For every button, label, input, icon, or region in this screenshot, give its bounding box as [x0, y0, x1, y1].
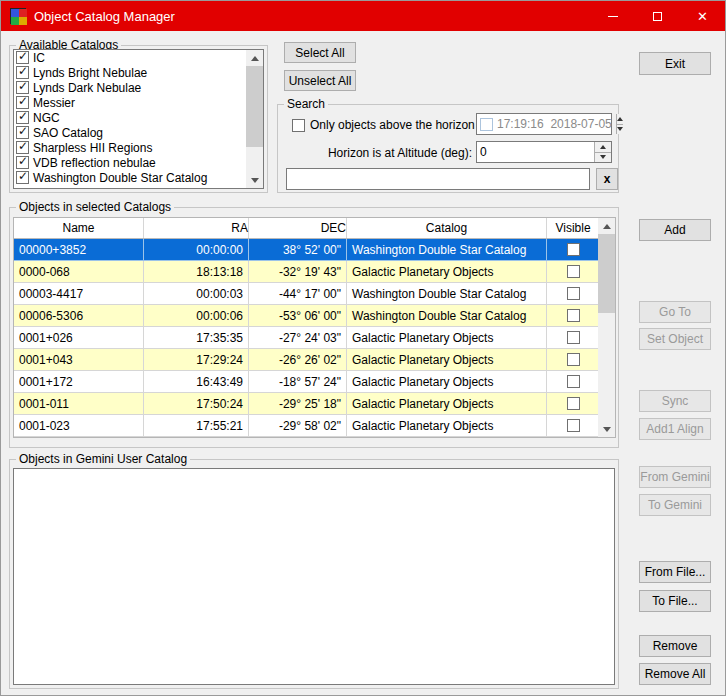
datetime-checkbox[interactable] [480, 118, 493, 131]
add-button[interactable]: Add [639, 219, 711, 241]
only-above-horizon-checkbox[interactable]: Only objects above the horizon [292, 118, 475, 132]
cell-dec: -29° 25' 18" [249, 393, 347, 415]
scrollbar-thumb[interactable] [598, 234, 615, 313]
table-row[interactable]: 0001+02617:35:35-27° 24' 03"Galactic Pla… [14, 327, 615, 349]
scroll-down-icon[interactable] [246, 172, 263, 188]
scroll-down-icon[interactable] [598, 421, 615, 437]
table-row[interactable]: 00000+385200:00:0038° 52' 00"Washington … [14, 239, 615, 261]
cell-catalog: Galactic Planetary Objects [347, 349, 547, 371]
spin-down-icon[interactable] [617, 124, 623, 135]
catalogs-scrollbar[interactable] [246, 50, 263, 188]
select-all-button[interactable]: Select All [284, 42, 356, 63]
visible-checkbox[interactable] [567, 309, 580, 322]
visible-checkbox[interactable] [567, 287, 580, 300]
maximize-button[interactable] [635, 1, 680, 31]
unselect-all-button[interactable]: Unselect All [284, 70, 356, 91]
scroll-up-icon[interactable] [246, 50, 263, 66]
cell-visible [547, 371, 600, 393]
catalog-item[interactable]: IC [14, 50, 263, 65]
catalog-label: Lynds Bright Nebulae [33, 66, 147, 80]
cell-visible [547, 327, 600, 349]
column-header-name[interactable]: Name [14, 218, 144, 238]
available-catalogs-group: Available Catalogs ICLynds Bright Nebula… [9, 45, 268, 193]
datetime-picker[interactable]: 17:19:16 2018-07-05 [476, 113, 612, 135]
remove-all-button[interactable]: Remove All [639, 663, 711, 685]
catalog-item[interactable]: Sharpless HII Regions [14, 140, 263, 155]
column-header-visible[interactable]: Visible [547, 218, 600, 238]
cell-visible [547, 283, 600, 305]
table-row[interactable]: 0001+04317:29:24-26° 26' 02"Galactic Pla… [14, 349, 615, 371]
catalog-item[interactable]: NGC [14, 110, 263, 125]
catalog-checkbox[interactable] [16, 111, 29, 124]
cell-name: 00006-5306 [14, 305, 144, 327]
catalog-checkbox[interactable] [16, 141, 29, 154]
catalog-item[interactable]: Messier [14, 95, 263, 110]
catalog-checkbox[interactable] [16, 96, 29, 109]
cell-dec: 38° 52' 00" [249, 239, 347, 261]
table-scrollbar[interactable] [598, 218, 615, 437]
exit-button[interactable]: Exit [639, 52, 711, 75]
scrollbar-track[interactable] [246, 66, 263, 172]
cell-catalog: Galactic Planetary Objects [347, 393, 547, 415]
catalog-checkbox[interactable] [16, 126, 29, 139]
cell-dec: -27° 24' 03" [249, 327, 347, 349]
close-button[interactable]: ✕ [680, 1, 725, 31]
catalog-label: Messier [33, 96, 75, 110]
cell-visible [547, 239, 600, 261]
table-row[interactable]: 0001-02317:55:21-29° 58' 02"Galactic Pla… [14, 415, 615, 437]
sync-button: Sync [639, 390, 711, 412]
visible-checkbox[interactable] [567, 375, 580, 388]
spin-up-icon[interactable] [595, 142, 611, 152]
visible-checkbox[interactable] [567, 397, 580, 410]
only-above-horizon-label: Only objects above the horizon [310, 118, 475, 132]
minimize-button[interactable] [590, 1, 635, 31]
remove-button[interactable]: Remove [639, 635, 711, 657]
cell-visible [547, 349, 600, 371]
table-row[interactable]: 0001+17216:43:49-18° 57' 24"Galactic Pla… [14, 371, 615, 393]
spin-down-icon[interactable] [595, 152, 611, 163]
catalog-checkbox[interactable] [16, 51, 29, 64]
catalog-checkbox[interactable] [16, 81, 29, 94]
search-input[interactable] [286, 168, 590, 190]
clear-search-button[interactable]: x [596, 168, 618, 190]
visible-checkbox[interactable] [567, 243, 580, 256]
visible-checkbox[interactable] [567, 353, 580, 366]
catalog-item[interactable]: Washington Double Star Catalog [14, 170, 263, 185]
column-header-dec[interactable]: DEC [249, 218, 347, 238]
scrollbar-thumb[interactable] [246, 66, 263, 147]
catalog-item[interactable]: SAO Catalog [14, 125, 263, 140]
catalog-item[interactable]: VDB reflection nebulae [14, 155, 263, 170]
visible-checkbox[interactable] [567, 265, 580, 278]
spin-up-icon[interactable] [617, 114, 623, 124]
only-above-horizon-checkbox-box[interactable] [292, 119, 305, 132]
horizon-altitude-field [476, 141, 612, 163]
horizon-altitude-spinner[interactable] [594, 142, 611, 162]
table-row[interactable]: 0000-06818:13:18-32° 19' 43"Galactic Pla… [14, 261, 615, 283]
gemini-user-catalog-list[interactable] [13, 468, 615, 685]
catalog-item[interactable]: Lynds Dark Nebulae [14, 80, 263, 95]
window-title: Object Catalog Manager [34, 9, 175, 24]
catalog-checkbox[interactable] [16, 156, 29, 169]
catalog-item[interactable]: Lynds Bright Nebulae [14, 65, 263, 80]
column-header-ra[interactable]: RA [144, 218, 249, 238]
cell-ra: 17:50:24 [144, 393, 249, 415]
cell-visible [547, 305, 600, 327]
from-file-button[interactable]: From File... [639, 561, 711, 583]
to-gemini-button: To Gemini [639, 494, 711, 516]
visible-checkbox[interactable] [567, 331, 580, 344]
table-row[interactable]: 00006-530600:00:06-53° 06' 00"Washington… [14, 305, 615, 327]
catalog-label: VDB reflection nebulae [33, 156, 156, 170]
column-header-catalog[interactable]: Catalog [347, 218, 547, 238]
datetime-value: 17:19:16 2018-07-05 [497, 117, 612, 131]
scroll-up-icon[interactable] [598, 218, 615, 234]
scrollbar-track[interactable] [598, 234, 615, 421]
table-row[interactable]: 0001-01117:50:24-29° 25' 18"Galactic Pla… [14, 393, 615, 415]
catalog-checkbox[interactable] [16, 171, 29, 184]
catalog-checkbox[interactable] [16, 66, 29, 79]
horizon-altitude-input[interactable] [477, 142, 594, 162]
add1-align-button: Add1 Align [639, 418, 711, 440]
datetime-spinner[interactable] [616, 114, 623, 134]
to-file-button[interactable]: To File... [639, 590, 711, 612]
visible-checkbox[interactable] [567, 419, 580, 432]
table-row[interactable]: 00003-441700:00:03-44° 17' 00"Washington… [14, 283, 615, 305]
